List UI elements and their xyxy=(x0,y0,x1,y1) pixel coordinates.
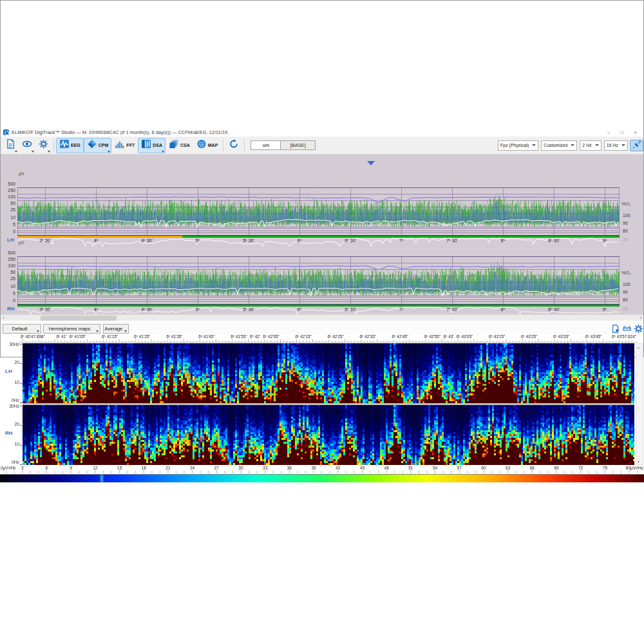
toolbar-button-csa[interactable]: CSA xyxy=(166,138,193,153)
aeeg-time-label: 4ʰ xyxy=(94,307,99,312)
aeeg-y-tick: 25 xyxy=(1,207,15,212)
scroll-down-icon[interactable]: ▾ xyxy=(638,459,639,464)
svg-text:6ʰ 43': 6ʰ 43' xyxy=(443,334,453,339)
montage-select[interactable]: Customized xyxy=(541,140,577,151)
toolbar-button-settings[interactable] xyxy=(35,138,52,153)
aeeg-trend-rh-canvas[interactable] xyxy=(17,253,620,317)
reference-toggle-button[interactable] xyxy=(630,140,643,151)
svg-text:6ʰ 42'35": 6ʰ 42'35" xyxy=(360,334,377,339)
svg-text:6ʰ 42'45": 6ʰ 42'45" xyxy=(392,334,409,339)
svg-text:3: 3 xyxy=(21,466,24,470)
svg-text:6ʰ 41'05": 6ʰ 41'05" xyxy=(70,334,86,339)
low-filter-select[interactable]: 2 Hz xyxy=(580,140,601,151)
scroll-up-icon[interactable]: ▴ xyxy=(638,345,639,349)
chevron-down-icon[interactable] xyxy=(124,330,127,332)
chevron-down-icon[interactable] xyxy=(532,144,536,146)
high-filter-select[interactable]: 15 Hz xyxy=(604,140,628,151)
dsa-preset-hemispheres-maps[interactable]: Hemispheres maps xyxy=(43,324,100,334)
minimize-button[interactable]: – xyxy=(607,129,610,135)
chevron-down-icon[interactable] xyxy=(96,330,99,332)
svg-text:45: 45 xyxy=(360,466,365,470)
dsa-preset-average[interactable]: Average xyxy=(103,324,129,334)
svg-text:6ʰ 42'55": 6ʰ 42'55" xyxy=(424,334,441,339)
close-button[interactable]: × xyxy=(634,129,637,135)
toolbar-button-map[interactable]: MAP xyxy=(193,138,222,153)
chevron-down-icon[interactable] xyxy=(48,151,50,153)
dsa-vertical-scrollbar[interactable]: ▴ ▾ xyxy=(636,343,643,465)
aeeg-horizontal-scrollbar[interactable]: ‹ › xyxy=(1,314,643,321)
chevron-down-icon[interactable] xyxy=(621,144,625,146)
dsa-freq-tick: 30Hz xyxy=(4,404,19,409)
dsa-spectrogram-rh-canvas[interactable] xyxy=(23,405,634,465)
aeeg-right-tick: 100 xyxy=(623,213,630,218)
aeeg-y-tick: 10 xyxy=(1,284,15,289)
toolbar-button-dsa[interactable]: DSA xyxy=(138,138,166,153)
svg-text:80µV²/Hz: 80µV²/Hz xyxy=(626,466,643,471)
chevron-down-icon[interactable] xyxy=(108,151,110,153)
dsa-time-ruler: 6ʰ 40'47.898"6ʰ 41'6ʰ 41'05"6ʰ 41'15"6ʰ … xyxy=(0,334,644,343)
svg-text:60: 60 xyxy=(481,466,486,470)
svg-text:72: 72 xyxy=(578,466,583,470)
aeeg-time-label: 7ʰ xyxy=(399,307,404,312)
svg-text:6ʰ 43'57.624": 6ʰ 43'57.624" xyxy=(612,334,636,339)
chevron-down-icon[interactable] xyxy=(162,151,164,153)
aeeg-time-label: 3ʰ 30' xyxy=(39,238,51,243)
dsa-freq-tick: 0Hz xyxy=(4,460,19,465)
svg-text:6ʰ 41'45": 6ʰ 41'45" xyxy=(198,334,215,339)
aeeg-time-label: 8ʰ 30' xyxy=(548,307,560,312)
dsa-preset-default[interactable]: Default xyxy=(3,324,41,334)
toolbar-button-eeg[interactable]: EEG xyxy=(56,138,84,153)
toolbar-button-fft[interactable]: FFT xyxy=(111,138,138,153)
svg-text:6ʰ 41'35": 6ʰ 41'35" xyxy=(166,334,183,339)
aeeg-y-tick: 5 xyxy=(1,291,15,296)
dsa-freq-tickmark xyxy=(20,445,22,446)
svg-text:15: 15 xyxy=(117,466,122,470)
montage-tab-uni[interactable]: uni xyxy=(251,140,281,150)
toolbar-button-cpm[interactable]: CPM xyxy=(84,138,112,153)
scroll-left-icon[interactable]: ‹ xyxy=(3,315,4,321)
time-cursor-marker[interactable] xyxy=(367,161,375,166)
chevron-down-icon[interactable] xyxy=(15,151,17,153)
dsa-spectrogram-lh-canvas[interactable] xyxy=(23,343,634,403)
sensor-select[interactable]: Fpz (Physical) xyxy=(498,140,538,151)
montage-tab-base[interactable]: [BASE] xyxy=(281,140,316,150)
svg-text:18: 18 xyxy=(142,466,147,470)
toolbar-button-print[interactable] xyxy=(3,138,19,153)
aeeg-y-tick: 250 xyxy=(1,188,15,193)
dsa-power-scale: 3691215182124273033363942454851545760636… xyxy=(0,465,644,474)
aeeg-time-label: 7ʰ 30' xyxy=(446,307,458,312)
svg-text:6ʰ 42'15": 6ʰ 42'15" xyxy=(295,334,312,339)
aeeg-y-tick: 0 xyxy=(1,298,15,303)
chevron-down-icon[interactable] xyxy=(595,144,599,146)
aeeg-right-axis-unit: %O₂ xyxy=(621,202,630,206)
scrollbar-thumb[interactable] xyxy=(41,316,117,321)
toolbar-button-view[interactable] xyxy=(19,138,35,153)
svg-text:6ʰ 41'15": 6ʰ 41'15" xyxy=(102,334,118,339)
aeeg-y-tick: 5 xyxy=(1,222,15,227)
aeeg-time-label: 8ʰ xyxy=(501,238,506,243)
dsa-freq-tick: 20 xyxy=(4,361,19,365)
fft-bars-icon xyxy=(115,139,125,151)
dsa-freq-tick: 30Hz xyxy=(4,343,19,347)
aeeg-time-label: 4ʰ xyxy=(94,238,99,243)
svg-text:66: 66 xyxy=(530,466,535,470)
density-icon xyxy=(141,139,151,151)
toolbar-button-refresh[interactable] xyxy=(225,138,242,153)
aeeg-time-label: 8ʰ xyxy=(501,307,506,312)
aeeg-trend-lh-canvas[interactable] xyxy=(17,184,620,249)
dsa-freq-tickmark xyxy=(20,383,22,384)
scroll-right-icon[interactable]: › xyxy=(640,315,641,321)
aeeg-y-tick: 25 xyxy=(1,276,15,281)
chevron-down-icon[interactable] xyxy=(571,144,574,146)
svg-text:9: 9 xyxy=(70,466,72,470)
cube-icon xyxy=(87,139,97,151)
chevron-down-icon[interactable] xyxy=(37,330,39,332)
dsa-channel-label: RH xyxy=(5,431,13,436)
svg-text:6ʰ 43'25": 6ʰ 43'25" xyxy=(521,334,538,339)
color-scale-cursor[interactable] xyxy=(100,475,104,482)
chevron-down-icon[interactable] xyxy=(32,151,34,153)
maximize-button[interactable]: □ xyxy=(620,129,623,135)
aeeg-time-label: 7ʰ xyxy=(399,238,404,243)
dsa-color-scale-bar[interactable] xyxy=(0,474,644,482)
svg-text:6ʰ 43'15": 6ʰ 43'15" xyxy=(489,334,506,339)
